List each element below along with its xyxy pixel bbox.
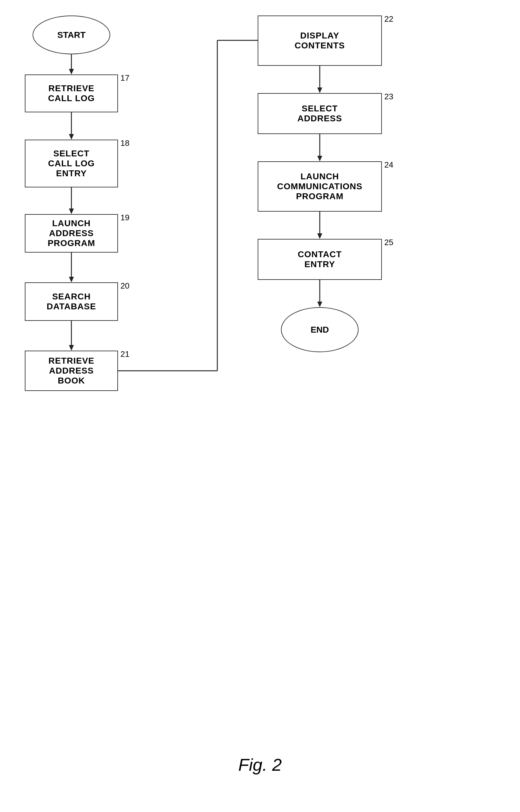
start-node: START xyxy=(33,16,110,54)
node-20: SEARCHDATABASE xyxy=(25,282,118,321)
ref-17: 17 xyxy=(121,73,129,83)
svg-marker-17 xyxy=(317,156,322,161)
ref-25: 25 xyxy=(384,238,393,247)
svg-marker-5 xyxy=(69,209,74,214)
node-17: RETRIEVECALL LOG xyxy=(25,75,118,112)
ref-19: 19 xyxy=(121,213,129,222)
svg-marker-15 xyxy=(317,87,322,93)
ref-20: 20 xyxy=(121,281,129,291)
node-22: DISPLAYCONTENTS xyxy=(258,16,382,66)
svg-marker-7 xyxy=(69,277,74,282)
end-node: END xyxy=(281,307,359,352)
node-24: LAUNCHCOMMUNICATIONSPROGRAM xyxy=(258,161,382,212)
node-18: SELECTCALL LOGENTRY xyxy=(25,140,118,187)
ref-24: 24 xyxy=(384,160,393,170)
svg-marker-19 xyxy=(317,233,322,239)
node-19: LAUNCHADDRESSPROGRAM xyxy=(25,214,118,252)
ref-23: 23 xyxy=(384,92,393,102)
diagram-container: START RETRIEVECALL LOG 17 SELECTCALL LOG… xyxy=(0,0,520,812)
ref-22: 22 xyxy=(384,14,393,24)
ref-21: 21 xyxy=(121,349,129,359)
svg-marker-9 xyxy=(69,345,74,351)
ref-18: 18 xyxy=(121,138,129,148)
node-25: CONTACTENTRY xyxy=(258,239,382,280)
figure-label: Fig. 2 xyxy=(238,755,282,775)
node-23: SELECTADDRESS xyxy=(258,93,382,134)
node-21: RETRIEVEADDRESSBOOK xyxy=(25,351,118,391)
svg-marker-3 xyxy=(69,134,74,140)
svg-marker-1 xyxy=(69,69,74,75)
svg-marker-21 xyxy=(317,302,322,307)
